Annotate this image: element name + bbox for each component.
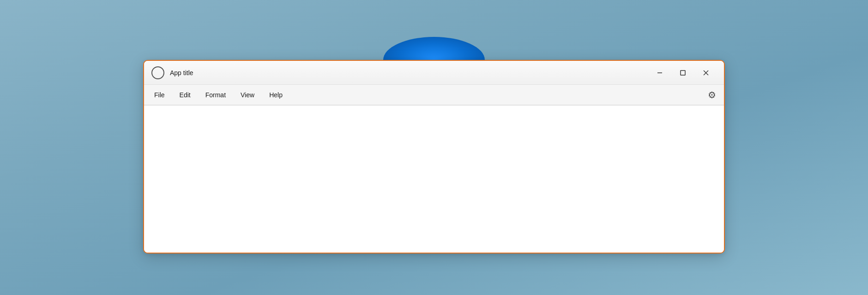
menu-bar: File Edit Format View Help ⚙ <box>144 85 724 105</box>
menu-item-view[interactable]: View <box>234 88 261 101</box>
maximize-icon <box>680 70 686 76</box>
window-wrapper: App title <box>143 60 725 254</box>
menu-item-edit[interactable]: Edit <box>173 88 197 101</box>
close-button[interactable] <box>695 65 717 80</box>
menu-item-file[interactable]: File <box>148 88 171 101</box>
menu-items: File Edit Format View Help <box>148 88 704 101</box>
menu-item-help[interactable]: Help <box>263 88 289 101</box>
maximize-button[interactable] <box>672 65 693 80</box>
minimize-icon <box>657 70 663 76</box>
title-bar: App title <box>144 61 724 85</box>
settings-button[interactable]: ⚙ <box>704 87 720 103</box>
minimize-button[interactable] <box>649 65 670 80</box>
menu-item-format[interactable]: Format <box>199 88 232 101</box>
window-title: App title <box>170 69 649 77</box>
app-icon <box>151 66 164 79</box>
svg-rect-1 <box>681 71 685 75</box>
gear-icon: ⚙ <box>708 89 716 100</box>
content-area <box>144 105 724 253</box>
app-window: App title <box>143 60 725 254</box>
window-controls <box>649 65 717 80</box>
close-icon <box>703 70 709 76</box>
